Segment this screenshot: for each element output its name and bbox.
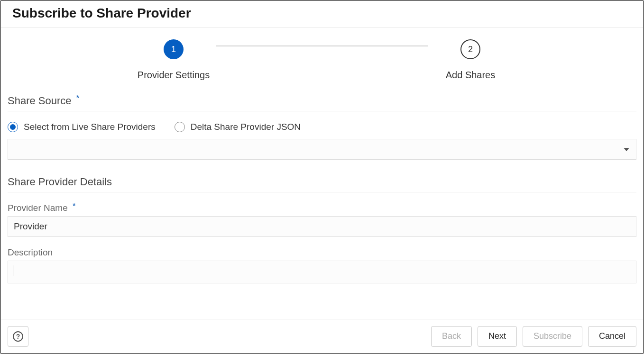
dialog-footer: ? Back Next Subscribe Cancel: [1, 319, 643, 353]
description-input[interactable]: [8, 261, 636, 283]
description-label-text: Description: [8, 247, 53, 258]
cancel-button[interactable]: Cancel: [588, 326, 636, 347]
help-icon: ?: [13, 331, 23, 342]
radio-live-share-providers[interactable]: Select from Live Share Providers: [8, 122, 156, 132]
provider-details-title: Share Provider Details: [8, 176, 636, 192]
subscribe-button[interactable]: Subscribe: [523, 326, 582, 347]
dialog-body: 1 Provider Settings 2 Add Shares Share S…: [1, 28, 643, 319]
step-connector: [216, 45, 428, 46]
provider-name-label-text: Provider Name: [8, 203, 68, 213]
help-button[interactable]: ?: [8, 326, 28, 347]
provider-name-input[interactable]: [8, 216, 636, 237]
share-source-radio-group: Select from Live Share Providers Delta S…: [8, 111, 636, 139]
step-2-circle: 2: [460, 39, 480, 59]
provider-name-label: Provider Name *: [8, 203, 636, 213]
radio-unselected-icon: [175, 122, 185, 132]
step-2-number: 2: [468, 45, 473, 54]
step-1-circle: 1: [164, 39, 184, 59]
subscribe-dialog: Subscribe to Share Provider 1 Provider S…: [0, 0, 644, 354]
radio-live-label: Select from Live Share Providers: [24, 122, 156, 132]
dialog-title: Subscribe to Share Provider: [12, 6, 632, 21]
step-2-label: Add Shares: [446, 70, 496, 81]
dialog-header: Subscribe to Share Provider: [1, 1, 643, 28]
radio-selected-icon: [8, 122, 18, 132]
back-button[interactable]: Back: [431, 326, 472, 347]
share-provider-dropdown[interactable]: [8, 139, 636, 160]
radio-delta-label: Delta Share Provider JSON: [191, 122, 301, 132]
radio-dot-icon: [10, 124, 16, 130]
next-button[interactable]: Next: [478, 326, 517, 347]
step-1-label: Provider Settings: [138, 70, 210, 81]
step-provider-settings[interactable]: 1 Provider Settings: [131, 39, 216, 81]
share-source-title: Share Source *: [8, 95, 636, 111]
required-asterisk-icon: *: [73, 202, 76, 210]
required-asterisk-icon: *: [76, 94, 80, 102]
step-add-shares[interactable]: 2 Add Shares: [428, 39, 513, 81]
radio-delta-json[interactable]: Delta Share Provider JSON: [175, 122, 301, 132]
chevron-down-icon: [624, 148, 629, 151]
provider-details-title-text: Share Provider Details: [8, 176, 112, 188]
share-source-title-text: Share Source: [8, 95, 72, 107]
step-1-number: 1: [171, 45, 176, 54]
wizard-stepper: 1 Provider Settings 2 Add Shares: [8, 39, 636, 95]
description-label: Description: [8, 247, 636, 258]
